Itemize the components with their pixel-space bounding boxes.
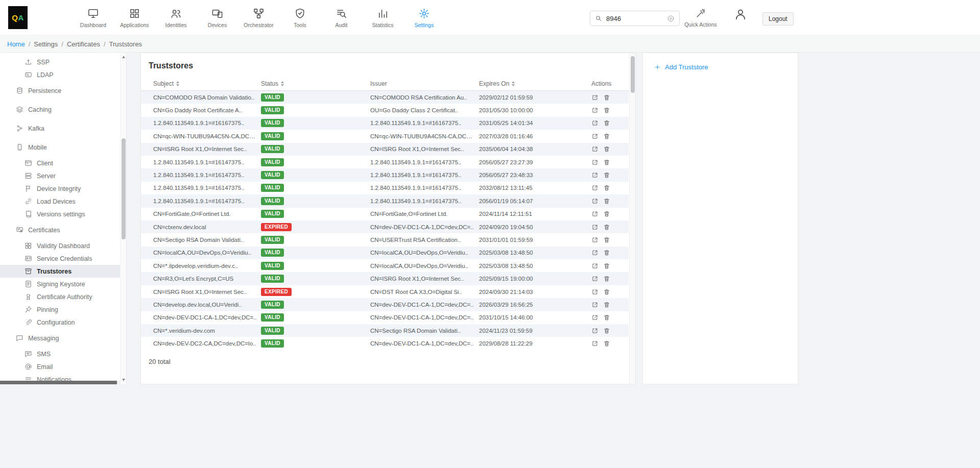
- column-header-status[interactable]: Status: [261, 80, 370, 87]
- export-icon[interactable]: [591, 159, 599, 166]
- status-badge: EXPIRED: [261, 288, 292, 296]
- export-icon[interactable]: [591, 327, 599, 334]
- sidebar-item-ssp[interactable]: SSP: [0, 56, 121, 68]
- delete-icon[interactable]: [603, 184, 610, 191]
- search-box[interactable]: [590, 11, 680, 26]
- sidebar-item-configuration[interactable]: Configuration: [0, 316, 121, 329]
- export-icon[interactable]: [591, 340, 599, 347]
- nav-item-orchestrator[interactable]: Orchestrator: [238, 8, 279, 28]
- export-icon[interactable]: [591, 224, 599, 231]
- sidebar-item-pinning[interactable]: Pinning: [0, 303, 121, 316]
- export-icon[interactable]: [591, 301, 599, 308]
- delete-icon[interactable]: [603, 198, 610, 205]
- delete-icon[interactable]: [603, 340, 610, 347]
- delete-icon[interactable]: [603, 171, 610, 179]
- breadcrumb-truststores[interactable]: Truststores: [109, 40, 142, 48]
- delete-icon[interactable]: [603, 301, 610, 308]
- clear-search-icon[interactable]: [667, 15, 675, 22]
- sidebar-hscrollbar-thumb[interactable]: [0, 381, 117, 384]
- breadcrumb-home[interactable]: Home: [7, 40, 25, 48]
- export-icon[interactable]: [591, 145, 599, 153]
- search-input[interactable]: [606, 15, 667, 22]
- delete-icon[interactable]: [603, 94, 610, 101]
- sidebar-vertical-scrollbar[interactable]: [120, 53, 126, 384]
- nav-item-applications[interactable]: Applications: [114, 8, 155, 28]
- cell-issuer: 1.2.840.113549.1.9.1=#16147375..: [370, 172, 479, 178]
- sidebar-item-label: Caching: [28, 106, 52, 113]
- delete-icon[interactable]: [603, 119, 610, 127]
- export-icon[interactable]: [591, 133, 599, 140]
- sidebar-item-caching[interactable]: Caching: [0, 100, 121, 119]
- sidebar-item-email[interactable]: Email: [0, 360, 121, 373]
- delete-icon[interactable]: [603, 314, 610, 321]
- sidebar-item-validity-dashboard[interactable]: Validity Dashboard: [0, 239, 121, 252]
- nav-item-statistics[interactable]: Statistics: [362, 8, 403, 28]
- cell-actions: [591, 133, 629, 140]
- export-icon[interactable]: [591, 262, 599, 269]
- app-logo[interactable]: QA: [8, 6, 28, 29]
- user-icon[interactable]: [734, 8, 747, 21]
- delete-icon[interactable]: [603, 210, 610, 217]
- export-icon[interactable]: [591, 107, 599, 114]
- delete-icon[interactable]: [603, 275, 610, 282]
- sidebar-item-signing-keystore[interactable]: Signing Keystore: [0, 278, 121, 290]
- nav-item-devices[interactable]: Devices: [197, 8, 238, 28]
- main-vertical-scrollbar[interactable]: [629, 53, 635, 384]
- column-header-expires-on[interactable]: Expires On: [479, 80, 591, 87]
- scroll-down-arrow-icon[interactable]: [122, 379, 125, 381]
- sidebar-item-versions-settings[interactable]: Versions settings: [0, 208, 121, 220]
- scroll-up-arrow-icon[interactable]: [122, 56, 125, 58]
- quick-actions-button[interactable]: Quick Actions: [680, 8, 721, 28]
- sidebar-item-truststores[interactable]: Truststores: [0, 265, 121, 278]
- cell-expires: 2031/05/25 14:01:34: [479, 120, 591, 126]
- sidebar-item-server[interactable]: Server: [0, 169, 121, 182]
- export-icon[interactable]: [591, 184, 599, 191]
- sidebar-item-messaging[interactable]: Messaging: [0, 329, 121, 348]
- export-icon[interactable]: [591, 198, 599, 205]
- export-icon[interactable]: [591, 119, 599, 127]
- delete-icon[interactable]: [603, 327, 610, 334]
- sidebar-item-ldap[interactable]: LDAP: [0, 68, 121, 81]
- column-header-subject[interactable]: Subject: [153, 80, 261, 87]
- sidebar-item-mobile[interactable]: Mobile: [0, 138, 121, 157]
- sidebar-item-service-credentials[interactable]: Service Credentials: [0, 252, 121, 265]
- nav-item-tools[interactable]: Tools: [279, 8, 321, 28]
- delete-icon[interactable]: [603, 145, 610, 153]
- ldap-icon: [25, 71, 32, 79]
- nav-item-dashboard[interactable]: Dashboard: [73, 8, 114, 28]
- export-icon[interactable]: [591, 314, 599, 321]
- sidebar-item-sms[interactable]: SMS: [0, 348, 121, 360]
- delete-icon[interactable]: [603, 133, 610, 140]
- nav-item-identities[interactable]: Identities: [155, 8, 197, 28]
- sidebar-item-load-devices[interactable]: Load Devices: [0, 195, 121, 208]
- delete-icon[interactable]: [603, 224, 610, 231]
- export-icon[interactable]: [591, 249, 599, 256]
- delete-icon[interactable]: [603, 159, 610, 166]
- delete-icon[interactable]: [603, 262, 610, 269]
- main-scrollbar-thumb[interactable]: [631, 56, 635, 93]
- sidebar-item-certificates[interactable]: Certificates: [0, 220, 121, 239]
- export-icon[interactable]: [591, 94, 599, 101]
- logout-button[interactable]: Logout: [762, 12, 794, 26]
- nav-item-audit[interactable]: Audit: [321, 8, 362, 28]
- export-icon[interactable]: [591, 236, 599, 243]
- export-icon[interactable]: [591, 275, 599, 282]
- sidebar-item-client[interactable]: Client: [0, 157, 121, 169]
- export-icon[interactable]: [591, 288, 599, 295]
- delete-icon[interactable]: [603, 236, 610, 243]
- sidebar-item-persistence[interactable]: Persistence: [0, 81, 121, 100]
- delete-icon[interactable]: [603, 107, 610, 114]
- add-truststore-button[interactable]: Add Truststore: [654, 63, 798, 71]
- sidebar-item-device-integrity[interactable]: Device Integrity: [0, 182, 121, 195]
- export-icon[interactable]: [591, 171, 599, 179]
- delete-icon[interactable]: [603, 288, 610, 295]
- delete-icon[interactable]: [603, 249, 610, 256]
- sidebar-item-kafka[interactable]: Kafka: [0, 119, 121, 138]
- nav-item-settings[interactable]: Settings: [403, 8, 445, 28]
- sidebar-scrollbar-thumb[interactable]: [122, 138, 126, 239]
- breadcrumb-certificates[interactable]: Certificates: [67, 40, 100, 48]
- breadcrumb-settings[interactable]: Settings: [34, 40, 58, 48]
- sidebar-horizontal-scrollbar[interactable]: [0, 381, 121, 384]
- export-icon[interactable]: [591, 210, 599, 217]
- sidebar-item-certificate-authority[interactable]: Certificate Authority: [0, 290, 121, 303]
